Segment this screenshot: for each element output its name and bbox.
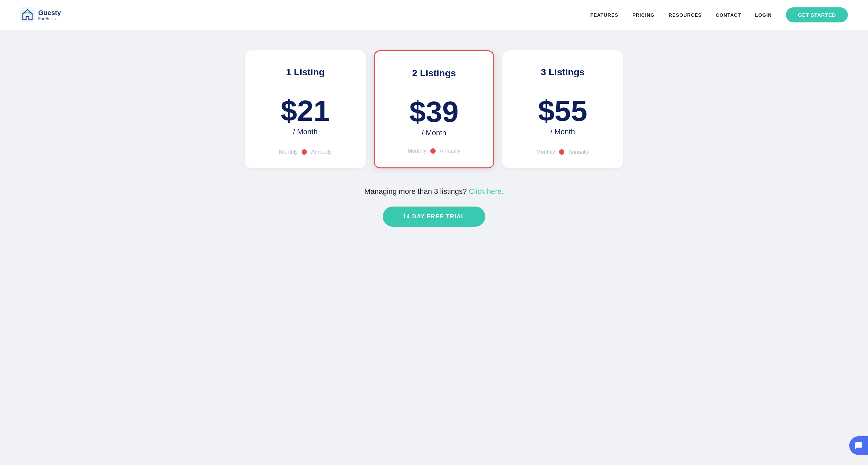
card-2-monthly-label: Monthly xyxy=(407,148,426,154)
logo-text: Guesty For Hosts xyxy=(38,9,61,21)
card-1-billing-dot[interactable] xyxy=(302,149,307,155)
nav-pricing[interactable]: PRICING xyxy=(632,12,654,18)
card-2-billing-dot[interactable] xyxy=(430,148,436,154)
logo-name: Guesty xyxy=(38,9,61,16)
card-3-billing-toggle[interactable]: Monthly Annually xyxy=(536,149,589,155)
pricing-card-3: 3 Listings $55 / Month Monthly Annually xyxy=(502,50,623,168)
card-2-title: 2 Listings xyxy=(412,68,456,79)
card-2-period: / Month xyxy=(422,129,446,137)
pricing-card-1: 1 Listing $21 / Month Monthly Annually xyxy=(245,50,366,168)
card-3-monthly-label: Monthly xyxy=(536,149,555,155)
nav-features[interactable]: FEATURES xyxy=(590,12,618,18)
chat-bubble[interactable] xyxy=(849,436,868,455)
card-1-annually-label: Annually xyxy=(311,149,332,155)
trial-button[interactable]: 14 DAY FREE TRIAL xyxy=(383,206,485,227)
nav-contact[interactable]: CONTACT xyxy=(716,12,741,18)
manage-text: Managing more than 3 listings? Click her… xyxy=(364,187,504,196)
card-1-billing-toggle[interactable]: Monthly Annually xyxy=(279,149,332,155)
manage-link[interactable]: Click here. xyxy=(469,187,504,196)
card-2-divider xyxy=(388,87,480,87)
get-started-button[interactable]: GET STARTED xyxy=(786,7,848,23)
card-1-monthly-label: Monthly xyxy=(279,149,298,155)
pricing-card-2: 2 Listings $39 / Month Monthly Annually xyxy=(374,50,494,168)
main-content: 1 Listing $21 / Month Monthly Annually 2… xyxy=(0,30,868,254)
card-3-price: $55 xyxy=(538,96,588,126)
card-2-billing-toggle[interactable]: Monthly Annually xyxy=(407,148,460,154)
card-3-billing-dot[interactable] xyxy=(559,149,564,155)
card-3-divider xyxy=(516,86,610,86)
logo[interactable]: Guesty For Hosts xyxy=(20,7,61,23)
card-3-period: / Month xyxy=(550,128,575,136)
card-1-price: $21 xyxy=(281,96,330,126)
pricing-cards-container: 1 Listing $21 / Month Monthly Annually 2… xyxy=(233,50,635,168)
bottom-section: Managing more than 3 listings? Click her… xyxy=(364,187,504,227)
main-nav: FEATURES PRICING RESOURCES CONTACT LOGIN… xyxy=(590,7,848,23)
nav-resources[interactable]: RESOURCES xyxy=(669,12,702,18)
logo-icon xyxy=(20,7,35,23)
logo-subtitle: For Hosts xyxy=(38,16,61,21)
card-2-annually-label: Annually xyxy=(440,148,460,154)
header: Guesty For Hosts FEATURES PRICING RESOUR… xyxy=(0,0,868,30)
card-3-title: 3 Listings xyxy=(541,67,585,78)
svg-rect-0 xyxy=(20,7,35,22)
card-3-annually-label: Annually xyxy=(568,149,589,155)
card-1-divider xyxy=(258,86,352,86)
card-1-period: / Month xyxy=(293,128,317,136)
nav-login[interactable]: LOGIN xyxy=(755,12,772,18)
card-2-price: $39 xyxy=(409,97,459,127)
card-1-title: 1 Listing xyxy=(286,67,324,78)
